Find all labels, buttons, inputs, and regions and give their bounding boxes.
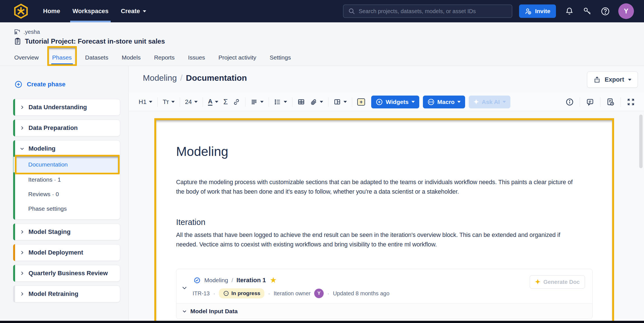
font-size-select[interactable]: 24 — [183, 98, 200, 106]
phase-card-modeling: Modeling Documentation Iterations · 1 Re… — [13, 140, 120, 220]
tab-project-activity[interactable]: Project activity — [218, 49, 257, 66]
project-tabs: Overview Phases Datasets Models Reports … — [14, 49, 644, 66]
font-family-select[interactable]: Tᴛ — [160, 98, 177, 106]
section-heading: Iteration — [176, 218, 593, 227]
create-phase-label: Create phase — [27, 81, 65, 88]
invite-button[interactable]: Invite — [519, 4, 556, 18]
sub-item-label: Phase settings — [28, 205, 67, 212]
formula-button[interactable]: Σ — [221, 98, 230, 106]
chevron-right-icon — [20, 291, 25, 296]
breadcrumb-parent[interactable]: Modeling — [143, 73, 177, 83]
font-size-value: 24 — [185, 98, 192, 106]
export-button[interactable]: Export — [587, 72, 638, 88]
workspace-name: .yesha — [23, 29, 40, 35]
list-button[interactable] — [271, 98, 290, 106]
caret-down-icon — [143, 10, 146, 12]
phase-header[interactable]: Model Retraining — [13, 286, 120, 302]
dot-separator: · — [327, 290, 329, 297]
create-phase-button[interactable]: Create phase — [15, 80, 65, 88]
caret-down-icon — [149, 101, 152, 103]
toolbar-divider — [328, 97, 328, 107]
iteration-icon — [193, 276, 202, 285]
sparkle-icon: ✦ — [535, 278, 541, 286]
caret-down-icon — [320, 101, 323, 103]
nav-create[interactable]: Create — [121, 0, 146, 22]
add-comment-button[interactable]: + — [355, 98, 368, 106]
phase-header[interactable]: Model Deployment — [13, 244, 120, 261]
logo-icon — [13, 3, 29, 19]
caret-down-icon — [260, 101, 264, 103]
tab-issues[interactable]: Issues — [188, 49, 206, 66]
iteration-parent-link[interactable]: Modeling — [204, 277, 228, 284]
phase-header[interactable]: Model Staging — [13, 224, 120, 240]
sidebar-item-documentation[interactable]: Documentation — [13, 157, 120, 172]
tab-settings[interactable]: Settings — [269, 49, 292, 66]
invite-label: Invite — [535, 8, 550, 15]
tab-phases[interactable]: Phases — [52, 49, 72, 66]
tab-label: Overview — [14, 54, 39, 61]
user-avatar[interactable]: Y — [618, 3, 634, 19]
macro-icon — [427, 98, 435, 106]
iteration-name: Iteration 1 — [236, 277, 266, 284]
heading-style-select[interactable]: H1 — [136, 98, 155, 106]
api-keys-button[interactable] — [583, 7, 592, 16]
phase-name: Modeling — [29, 145, 56, 152]
document-editor[interactable]: Modeling Capture the modeling process wi… — [156, 120, 612, 319]
person-plus-icon — [525, 8, 532, 15]
widgets-button[interactable]: Widgets — [371, 96, 419, 108]
tab-label: Settings — [270, 54, 291, 61]
phase-name: Data Preparation — [29, 124, 78, 132]
sidebar-item-iterations[interactable]: Iterations · 1 — [13, 172, 120, 187]
vertical-scrollbar[interactable] — [639, 115, 643, 168]
nav-home[interactable]: Home — [43, 0, 60, 22]
question-circle-icon — [601, 7, 610, 16]
fullscreen-button[interactable] — [623, 98, 638, 106]
model-input-data-section[interactable]: Model Input Data — [176, 303, 592, 319]
star-icon[interactable]: ★ — [270, 276, 277, 284]
workspace-breadcrumb[interactable]: .yesha — [14, 22, 644, 35]
bullet-list-icon — [274, 98, 281, 106]
layout-button[interactable] — [331, 98, 349, 106]
owner-initial: Y — [318, 291, 321, 296]
generate-doc-button[interactable]: ✦ Generate Doc — [530, 275, 585, 289]
nav-workspaces-label: Workspaces — [72, 8, 108, 15]
tab-models[interactable]: Models — [121, 49, 141, 66]
chevron-down-icon — [182, 309, 187, 314]
chevron-right-icon — [20, 250, 25, 255]
global-search[interactable] — [343, 4, 512, 18]
phase-header[interactable]: Data Understanding — [13, 99, 120, 115]
comments-panel-button[interactable] — [583, 98, 598, 106]
link-button[interactable] — [230, 98, 243, 106]
tab-reports[interactable]: Reports — [153, 49, 175, 66]
tab-datasets[interactable]: Datasets — [85, 49, 109, 66]
search-input[interactable] — [359, 8, 507, 15]
attachment-button[interactable] — [307, 98, 326, 106]
export-icon — [593, 76, 601, 83]
tab-label: Reports — [154, 54, 175, 61]
project-header: .yesha Tutorial Project: Forecast in-sto… — [0, 22, 644, 66]
notifications-button[interactable] — [565, 7, 574, 16]
chevron-down-icon — [20, 146, 25, 151]
nav-workspaces[interactable]: Workspaces — [72, 0, 108, 22]
collapse-iteration-button[interactable] — [181, 285, 188, 291]
ask-ai-label: Ask AI — [482, 99, 500, 105]
version-history-button[interactable] — [603, 98, 618, 106]
widgets-label: Widgets — [386, 99, 408, 105]
text-color-button[interactable]: A — [205, 98, 221, 106]
info-button[interactable] — [562, 98, 577, 106]
ask-ai-button[interactable]: ✦ Ask AI — [469, 96, 510, 108]
table-button[interactable] — [295, 98, 307, 106]
sidebar-item-phase-settings[interactable]: Phase settings — [13, 201, 120, 216]
align-button[interactable] — [248, 98, 266, 106]
clipboard-icon — [14, 37, 22, 45]
help-button[interactable] — [601, 7, 610, 16]
phase-header[interactable]: Data Preparation — [13, 120, 120, 136]
macro-button[interactable]: Macro — [423, 96, 465, 108]
vectice-logo[interactable] — [13, 3, 29, 19]
fullscreen-icon — [627, 98, 635, 106]
tab-overview[interactable]: Overview — [14, 49, 39, 66]
sidebar-item-reviews[interactable]: Reviews · 0 — [13, 187, 120, 201]
phase-header[interactable]: Quarterly Business Review — [13, 265, 120, 281]
phase-header[interactable]: Modeling — [13, 141, 120, 157]
main-content: Modeling / Documentation Export H1 Tᴛ — [129, 66, 644, 321]
